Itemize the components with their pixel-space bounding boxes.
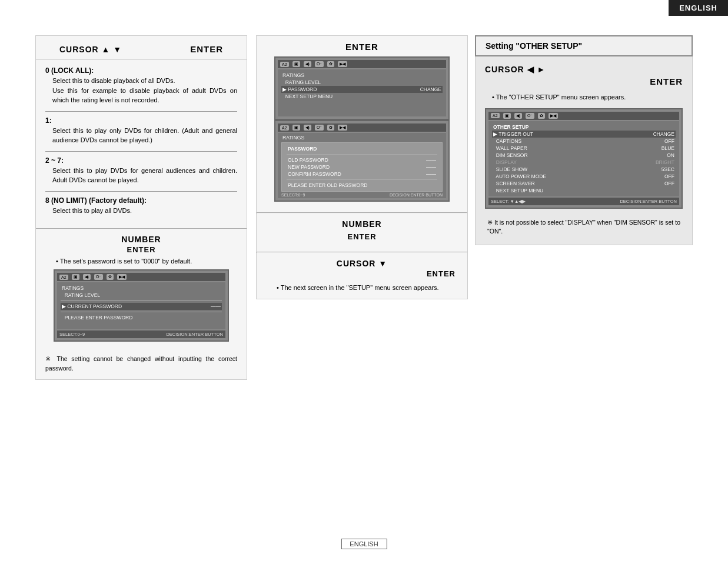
other-trigger-out: ▶ TRIGGER OUTCHANGE [492,131,676,138]
left-screen-mockup: A2 ▣ ◀) O⁻ ✿ ▶◀ RATINGS RATING LEVEL ▶ C… [54,269,229,342]
mid-main-screen: A2 ▣ ◀) O⁻ ✿ ▶◀ RATINGS RATING LEVEL ▶ P… [274,56,450,120]
mid-screen-top-bar: A2 ▣ ◀) O⁻ ✿ ▶◀ [278,60,446,68]
mid-a2-icon: A2 [280,62,289,67]
mid-pass-top-bar: A2 ▣ ◀) O⁻ ✿ ▶◀ [278,123,446,132]
audio-icon: ▣ [72,274,79,280]
mid-pass-play-icon: ▶◀ [338,125,347,131]
mid-password-screen: A2 ▣ ◀) O⁻ ✿ ▶◀ RATINGS PASSWORD OLD PAS… [274,120,450,202]
other-display: DISPLAYBRIGHT [492,159,676,166]
cursor-enter-row: CURSOR ▲ ▼ ENTER [48,44,235,54]
mid-speaker-icon: ◀) [304,61,311,67]
other-dim-sensor: DIM SENSORON [492,152,676,159]
mid-pass-old: OLD PASSWORD—— [287,156,437,163]
right-enter-label: ENTER [485,76,683,86]
rating-0-desc: Select this to disable playback of all D… [45,76,237,105]
right-arrow-right-icon: ► [537,65,546,74]
right-panel-title: Setting "OTHER SETUP" [475,35,693,56]
speaker-icon: ◀) [83,274,91,280]
rating-0: 0 (LOCK ALL): Select this to disable pla… [45,66,237,105]
left-screen-bottom: SELECT:0~9DECISION:ENTER BUTTON [57,330,225,338]
other-next-setup: NEXT SETUP MENU [492,187,676,194]
mid-top-section: ENTER A2 ▣ ◀) O⁻ ✿ ▶◀ RATINGS RATING LEV… [257,36,467,212]
rating-1-desc: Select this to play only DVDs for childr… [45,126,237,145]
mid-pass-menu: RATINGS PASSWORD OLD PASSWORD—— NEW PASS… [278,133,446,198]
asterisk-note: ※ It is not possible to select "DISPLAY"… [485,215,683,237]
menu-ratings: RATINGS [61,285,222,292]
star-icon: ✿ [107,274,114,280]
other-setup-menu: OTHER SETUP ▶ TRIGGER OUTCHANGE CAPTIONS… [488,121,679,196]
rating-1-title: 1: [45,116,237,125]
mid-pass-ratings-title: RATINGS [281,134,443,141]
rating-1: 1: Select this to play only DVDs for chi… [45,116,237,145]
menu-current-password: ▶ CURRENT PASSWORD—— [61,303,222,310]
mid-menu-ratings: RATINGS [281,72,443,79]
password-popup-box: PASSWORD OLD PASSWORD—— NEW PASSWORD—— C… [281,142,443,192]
next-screen-note: • The next screen in the "SETUP" menu sc… [268,283,456,293]
right-cursor-label: CURSOR ◀ ► [485,65,546,74]
screen-top-bar: A2 ▣ ◀) O⁻ ✿ ▶◀ [57,273,225,281]
rating-8-desc: Select this to play all DVDs. [45,206,237,216]
signal-icon: O⁻ [94,274,103,280]
mid-pass-title: PASSWORD [287,145,437,152]
left-panel: CURSOR ▲ ▼ ENTER 0 (LOCK ALL): Select th… [35,35,247,380]
mid-pass-confirm: CONFIRM PASSWORD—— [287,171,437,178]
rating-0-title: 0 (LOCK ALL): [45,66,237,75]
other-setup-screen: A2 ▣ ◀) O⁻ ✿ ▶◀ OTHER SETUP ▶ TRIGGER OU… [485,108,683,209]
enter-sub-left: ENTER [48,245,235,254]
mid-play-icon: ▶◀ [338,61,347,67]
number-enter-section: NUMBER ENTER • The set's password is set… [36,228,247,351]
middle-panel: ENTER A2 ▣ ◀) O⁻ ✿ ▶◀ RATINGS RATING LEV… [256,35,468,299]
password-note: • The set's password is set to "0000" by… [48,258,235,265]
rating-2-7-desc: Select this to play DVDs for general aud… [45,166,237,185]
number-label-left: NUMBER [48,235,235,244]
right-signal-icon: O⁻ [526,113,534,119]
other-captions: CAPTIONSOFF [492,138,676,145]
mid-pass-speaker-icon: ◀) [304,125,311,131]
rating-2-7-title: 2 ~ 7: [45,156,237,165]
other-title: OTHER SETUP [492,123,676,131]
mid-enter-label: ENTER [268,232,456,241]
mid-audio-icon: ▣ [292,61,300,67]
left-panel-note: ※ The setting cannot be changed without … [36,351,247,379]
mid-menu-password-change: ▶ PASSWORDCHANGE [281,86,443,93]
enter-label-left: ENTER [190,44,223,54]
mid-pass-a2-icon: A2 [280,125,289,131]
cursor-enter-mid: ENTER [268,269,456,278]
mid-signal-icon: O⁻ [315,61,324,67]
mid-pass-new: NEW PASSWORD—— [287,163,437,171]
arrow-up-icon: ▲ [102,45,111,54]
rating-8-title: 8 (NO LIMIT) (Factory default): [45,196,237,205]
cursor-down-label: CURSOR ▼ [268,259,456,268]
other-screen-saver: SCREEN SAVEROFF [492,180,676,187]
mid-menu-rating-level: RATING LEVEL [281,79,443,86]
right-screen-top-bar: A2 ▣ ◀) O⁻ ✿ ▶◀ [488,112,679,120]
other-slide-show: SLIDE SHOW5SEC [492,166,676,173]
mid-enter-top: ENTER [268,42,456,52]
right-audio-icon: ▣ [503,113,511,119]
left-screen-menu: RATINGS RATING LEVEL ▶ CURRENT PASSWORD—… [57,282,225,329]
left-panel-header: CURSOR ▲ ▼ ENTER [36,36,247,59]
mid-number-label: NUMBER [268,219,456,229]
other-auto-power: AUTO POWER MODEOFF [492,173,676,180]
rating-8: 8 (NO LIMIT) (Factory default): Select t… [45,196,237,216]
play-icon: ▶◀ [117,274,127,280]
cursor-down-section: CURSOR ▼ ENTER • The next screen in the … [257,253,467,299]
right-a2-icon: A2 [491,113,500,118]
right-note: • The "OTHER SETUP" menu screen appears. [485,92,683,102]
english-badge-bottom: ENGLISH [341,539,387,549]
right-cursor-row: CURSOR ◀ ► [485,65,683,74]
right-arrow-left-icon: ◀ [527,65,534,74]
right-play-icon: ▶◀ [549,113,558,119]
right-speaker-icon: ◀) [514,113,522,119]
mid-pass-audio-icon: ▣ [292,125,300,131]
mid-pass-star-icon: ✿ [327,125,334,131]
rating-2-7: 2 ~ 7: Select this to play DVDs for gene… [45,156,237,185]
password-screen-container: A2 ▣ ◀) O⁻ ✿ ▶◀ RATINGS PASSWORD OLD PAS… [274,120,450,202]
mid-number-section: NUMBER ENTER [257,213,467,252]
a2-icon: A2 [59,275,68,280]
mid-main-menu: RATINGS RATING LEVEL ▶ PASSWORDCHANGE NE… [278,69,446,116]
menu-please-enter: PLEASE ENTER PASSWORD [61,314,222,321]
english-badge-top: ENGLISH [669,0,728,16]
cursor-label-left: CURSOR ▲ ▼ [59,45,122,54]
arrow-down-icon: ▼ [113,45,122,54]
